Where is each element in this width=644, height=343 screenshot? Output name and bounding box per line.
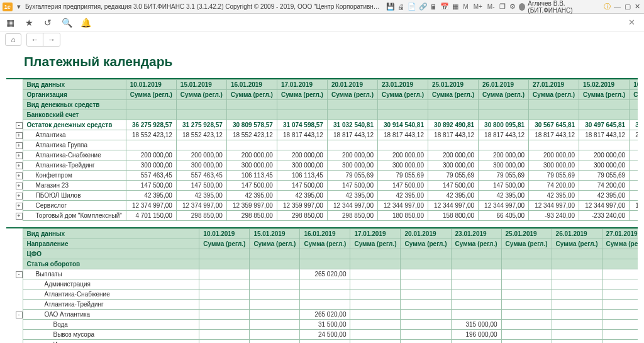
cell: 557 463,45 bbox=[176, 171, 226, 181]
cell: 42 395,00 bbox=[579, 191, 630, 201]
cell: 74 200,00 bbox=[579, 181, 630, 191]
tree-toggle[interactable]: - bbox=[16, 122, 23, 129]
close-window-icon[interactable]: ✕ bbox=[634, 3, 641, 11]
tree-toggle[interactable]: + bbox=[16, 132, 23, 139]
m-button[interactable]: M bbox=[462, 3, 469, 10]
row-label: ПБОЮЛ Шилов bbox=[23, 191, 126, 201]
cell bbox=[350, 279, 401, 290]
cell: 79 055,69 bbox=[327, 171, 377, 181]
user-chip[interactable]: Агличев В.В. (БИТ.ФИНАНС) bbox=[519, 0, 601, 14]
cell: 300 000,00 bbox=[226, 160, 277, 171]
cell: 79 055,69 bbox=[377, 171, 428, 181]
link-icon[interactable]: 🔗 bbox=[419, 3, 428, 11]
forward-button[interactable]: → bbox=[43, 33, 60, 46]
cell: 30 800 095,81 bbox=[479, 120, 529, 130]
row-label: Сервислог bbox=[23, 201, 126, 211]
tree-toggle[interactable]: - bbox=[16, 271, 23, 278]
tree-toggle[interactable]: + bbox=[16, 183, 23, 189]
cell bbox=[199, 290, 250, 300]
cell: 42 395,00 bbox=[226, 191, 277, 201]
tree-toggle[interactable]: + bbox=[16, 152, 23, 159]
cell: 4 701 150,00 bbox=[126, 211, 176, 221]
cell bbox=[501, 320, 552, 330]
cell: 74 200,00 bbox=[630, 181, 638, 191]
cell bbox=[300, 300, 350, 310]
tree-toggle[interactable]: + bbox=[16, 142, 23, 149]
row-label: Атлантика-Трейдинг bbox=[23, 160, 126, 171]
m-plus-button[interactable]: M+ bbox=[472, 3, 484, 10]
grid-icon[interactable]: ▦ bbox=[452, 3, 459, 11]
cell bbox=[300, 340, 350, 344]
search-icon[interactable]: 🔍 bbox=[62, 18, 72, 28]
save-icon[interactable]: 💾 bbox=[386, 3, 395, 11]
maximize-icon[interactable]: ▢ bbox=[624, 3, 631, 11]
sum-header: Сумма (регл.) bbox=[529, 90, 579, 100]
cell: 12 344 997,00 bbox=[630, 201, 638, 211]
tree-toggle[interactable]: + bbox=[16, 162, 23, 169]
tree-toggle[interactable]: + bbox=[16, 193, 23, 200]
cell: 147 500,00 bbox=[126, 181, 176, 191]
tree-toggle[interactable]: - bbox=[16, 312, 23, 318]
tree-toggle[interactable]: + bbox=[16, 172, 23, 179]
cell bbox=[552, 300, 602, 310]
cell: 106 113,45 bbox=[226, 171, 277, 181]
cell: 196 000,00 bbox=[451, 330, 501, 340]
cell: 200 000,00 bbox=[479, 150, 529, 160]
m-minus-button[interactable]: M- bbox=[486, 3, 496, 10]
row-label: Торговый дом "Комплексный" bbox=[23, 211, 126, 221]
sum-header: Сумма (регл.) bbox=[176, 90, 226, 100]
tree-toggle[interactable]: + bbox=[16, 213, 23, 220]
info-icon[interactable]: ⓘ bbox=[603, 3, 611, 11]
cell bbox=[451, 279, 501, 290]
cell bbox=[602, 320, 638, 330]
main-content: Платежный календарь Вид данных10.01.2019… bbox=[0, 48, 644, 343]
close-tab-icon[interactable]: ✕ bbox=[625, 18, 639, 27]
home-button[interactable]: ⌂ bbox=[5, 33, 21, 46]
settings-icon[interactable]: ⚙ bbox=[509, 3, 516, 11]
sum-header: Сумма (регл.) bbox=[277, 90, 327, 100]
apps-icon[interactable]: ▦ bbox=[5, 18, 15, 28]
cell bbox=[250, 320, 300, 330]
date-header: 15.02.2019 bbox=[579, 80, 630, 90]
cell: 18 817 443,12 bbox=[327, 130, 377, 140]
row-label: Интернет bbox=[23, 340, 199, 344]
window-list-icon[interactable]: ❐ bbox=[498, 3, 506, 11]
sum-header: Сумма (регл.) bbox=[226, 90, 277, 100]
calc-icon[interactable]: 🖩 bbox=[430, 3, 438, 11]
history-icon[interactable]: ↺ bbox=[43, 18, 53, 28]
row-label: Атлантика-Снабжение bbox=[23, 290, 199, 300]
cell: 298 850,00 bbox=[226, 211, 277, 221]
cell: 79 055,69 bbox=[479, 171, 529, 181]
cell: 42 395,00 bbox=[428, 191, 479, 201]
dropdown-icon[interactable]: ▾ bbox=[15, 3, 23, 11]
cell: 200 000,00 bbox=[579, 150, 630, 160]
cell: 42 395,00 bbox=[327, 191, 377, 201]
cell bbox=[630, 140, 638, 150]
star-icon[interactable]: ★ bbox=[24, 18, 34, 28]
cell: 74 200,00 bbox=[529, 181, 579, 191]
row-label: ОАО Атлантика bbox=[23, 310, 199, 320]
col-header: Банковский счет bbox=[23, 110, 126, 120]
cell: 265 020,00 bbox=[300, 310, 350, 320]
row-label: Атлантика Группа bbox=[23, 140, 126, 150]
cell: 30 567 645,81 bbox=[529, 120, 579, 130]
date-header: 17.01.2019 bbox=[277, 80, 327, 90]
cell: 24 500,00 bbox=[300, 330, 350, 340]
cell: 66 405,00 bbox=[479, 211, 529, 221]
tree-toggle[interactable]: + bbox=[16, 203, 23, 210]
cell: 12 344 997,00 bbox=[377, 201, 428, 211]
cell: 300 000,00 bbox=[126, 160, 176, 171]
cell bbox=[401, 340, 451, 344]
back-button[interactable]: ← bbox=[27, 33, 43, 46]
doc-icon[interactable]: 📄 bbox=[408, 3, 416, 11]
date-header: 25.01.2019 bbox=[428, 80, 479, 90]
print-icon[interactable]: 🖨 bbox=[397, 3, 405, 11]
cell bbox=[250, 290, 300, 300]
cell: 42 395,00 bbox=[479, 191, 529, 201]
bell-icon[interactable]: 🔔 bbox=[80, 18, 91, 28]
cell: 200 000,00 bbox=[226, 150, 277, 160]
cell: 300 000,00 bbox=[479, 160, 529, 171]
calendar-icon[interactable]: 📅 bbox=[440, 3, 449, 11]
minimize-icon[interactable]: — bbox=[613, 3, 621, 11]
cell: 200 000,00 bbox=[630, 150, 638, 160]
